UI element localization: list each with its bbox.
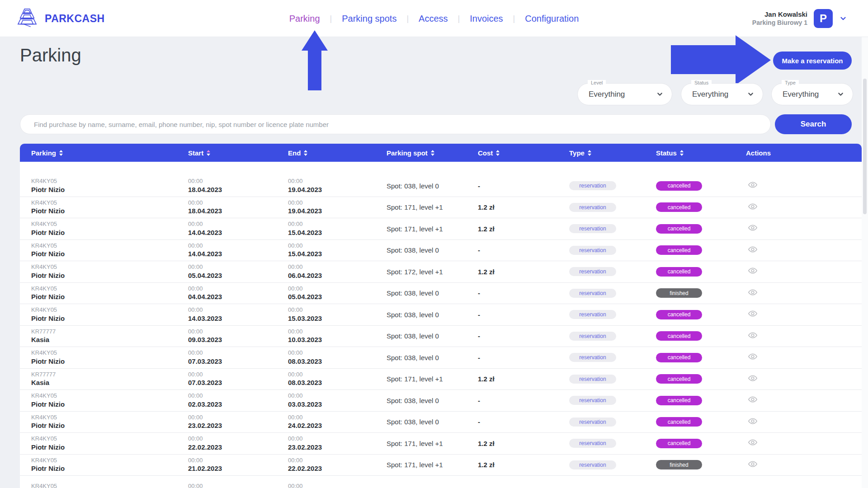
start-date: 23.02.2023: [188, 421, 277, 430]
view-details-button[interactable]: [748, 309, 758, 320]
cell-end: 00:00 05.04.2023: [277, 285, 375, 301]
nav-item-parking-spots[interactable]: Parking spots: [342, 14, 396, 24]
type-badge: reservation: [569, 224, 616, 233]
nav-item-configuration[interactable]: Configuration: [525, 14, 579, 24]
cell-status: cancelled: [645, 224, 735, 234]
app-window: PARKCASH Parking | Parking spots | Acces…: [0, 0, 868, 488]
customer-name: Piotr Nizio: [31, 271, 177, 280]
view-details-button[interactable]: [748, 202, 758, 213]
brand[interactable]: PARKCASH: [17, 7, 105, 30]
start-date: 07.03.2023: [188, 378, 277, 387]
cell-parking-spot: Spot: 171, level +1: [375, 203, 467, 211]
view-details-button[interactable]: [748, 266, 758, 277]
table-row: KR4KY05 Piotr Nizio 00:00 07.03.2023 00:…: [20, 347, 862, 369]
cell-end: 00:00 15.03.2023: [277, 306, 375, 323]
cell-parking-spot: Spot: 038, level 0: [375, 246, 467, 254]
nav-item-parking[interactable]: Parking: [289, 14, 320, 24]
view-details-button[interactable]: [748, 244, 758, 256]
start-time: 00:00: [188, 242, 277, 250]
cell-start: 00:00 18.04.2023: [177, 199, 277, 216]
table-row: KR4KY05 Piotr Nizio 00:00 05.04.2023 00:…: [20, 261, 862, 283]
status-dropdown[interactable]: Status Everything: [681, 83, 763, 105]
search-input[interactable]: [20, 114, 771, 134]
end-date: 03.03.2023: [288, 400, 375, 409]
view-details-button[interactable]: [748, 394, 758, 406]
start-time: 00:00: [188, 199, 277, 207]
make-reservation-button[interactable]: Make a reservation: [773, 52, 852, 70]
start-date: 02.03.2023: [188, 400, 277, 409]
view-details-button[interactable]: [748, 437, 758, 449]
status-badge: cancelled: [656, 417, 702, 427]
start-date: 04.04.2023: [188, 292, 277, 301]
avatar[interactable]: P: [814, 9, 833, 28]
cell-type: reservation: [558, 375, 645, 384]
licence-plate: KR4KY05: [31, 178, 177, 185]
licence-plate: KR4KY05: [31, 242, 177, 250]
start-time: 00:00: [188, 263, 277, 271]
cell-actions: [735, 202, 862, 213]
view-details-button[interactable]: [748, 352, 758, 363]
column-header-parking-spot[interactable]: Parking spot: [375, 149, 467, 157]
type-badge: reservation: [569, 460, 616, 469]
start-time: 00:00: [188, 392, 277, 400]
column-header-cost[interactable]: Cost: [467, 149, 558, 157]
view-details-button[interactable]: [748, 459, 758, 470]
cell-parking: KR77777 Kasia: [20, 328, 177, 344]
end-date: 22.02.2023: [288, 464, 375, 473]
chevron-down-icon: [656, 90, 664, 98]
nav-item-access[interactable]: Access: [419, 14, 448, 24]
type-badge: reservation: [569, 332, 616, 341]
view-details-button[interactable]: [748, 180, 758, 191]
cell-type: reservation: [558, 246, 645, 255]
cell-cost: -: [467, 397, 558, 404]
table-row: KR4KY05 Piotr Nizio 00:00 23.02.2023 00:…: [20, 412, 862, 433]
status-badge: cancelled: [656, 439, 702, 448]
column-header-status[interactable]: Status: [645, 149, 735, 157]
view-details-button[interactable]: [748, 330, 758, 342]
scrollbar-thumb[interactable]: [863, 79, 867, 214]
cell-actions: [735, 180, 862, 192]
column-header-end[interactable]: End: [277, 149, 375, 157]
cell-type: reservation: [558, 267, 645, 276]
view-details-button[interactable]: [748, 223, 758, 234]
view-details-button[interactable]: [748, 373, 758, 385]
column-header-parking[interactable]: Parking: [20, 149, 177, 157]
cell-type: reservation: [558, 460, 645, 469]
licence-plate: KR4KY05: [31, 392, 177, 400]
cell-status: cancelled: [645, 396, 735, 405]
nav-divider: |: [330, 14, 332, 23]
type-dropdown-value: Everything: [772, 90, 837, 99]
cell-start: 00:00 18.04.2023: [177, 178, 277, 194]
start-time: 00:00: [188, 483, 277, 488]
chevron-down-icon[interactable]: [839, 14, 847, 23]
column-header-type[interactable]: Type: [558, 149, 645, 157]
nav-item-invoices[interactable]: Invoices: [470, 14, 503, 24]
view-details-button[interactable]: [748, 287, 758, 299]
status-dropdown-value: Everything: [681, 90, 747, 99]
column-header-start[interactable]: Start: [177, 149, 277, 157]
end-date: 19.04.2023: [288, 185, 375, 194]
type-dropdown[interactable]: Type Everything: [771, 83, 853, 105]
cell-status: cancelled: [645, 245, 735, 255]
cell-status: finished: [645, 288, 735, 298]
view-details-button[interactable]: [748, 416, 758, 427]
level-dropdown[interactable]: Level Everything: [577, 83, 672, 105]
cell-end: 00:00 15.04.2023: [277, 221, 375, 237]
scrollbar[interactable]: [862, 37, 868, 488]
cell-parking: KR4KY05 Piotr Nizio: [20, 285, 177, 301]
search-button[interactable]: Search: [775, 114, 852, 134]
cell-parking-spot: Spot: 038, level 0: [375, 397, 467, 404]
type-badge: reservation: [569, 439, 616, 448]
cell-status: cancelled: [645, 331, 735, 341]
cell-start: 00:00 05.04.2023: [177, 263, 277, 280]
type-badge: reservation: [569, 418, 616, 427]
eye-icon: [748, 202, 758, 213]
end-time: 00:00: [288, 414, 375, 422]
customer-name: Piotr Nizio: [31, 228, 177, 237]
eye-icon: [748, 459, 758, 470]
start-date: 07.03.2023: [188, 357, 277, 366]
sort-icon: [207, 150, 210, 156]
end-time: 00:00: [288, 435, 375, 443]
cell-type: reservation: [558, 289, 645, 298]
cell-cost: -: [467, 311, 558, 319]
